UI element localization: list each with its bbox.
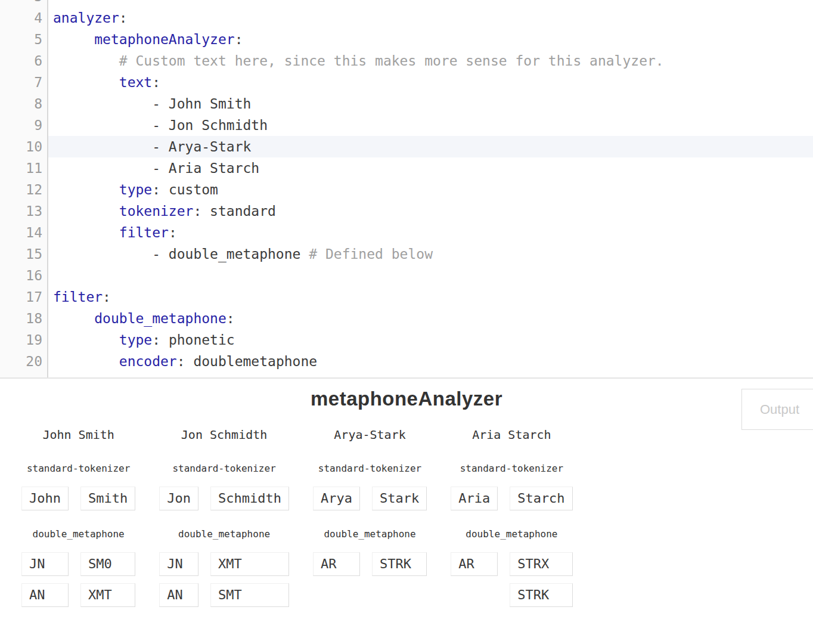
code-line[interactable]: [48, 0, 813, 7]
code-segment-plain: - John Smith: [53, 96, 251, 112]
token: STRK: [510, 583, 572, 607]
analyzer-column: John Smithstandard-tokenizerJohnSmithdou…: [21, 428, 135, 607]
code-segment-key: type: [119, 182, 152, 197]
code-line[interactable]: - Jon Schmidth: [48, 114, 813, 136]
analyzer-column: Aria Starchstandard-tokenizerAriaStarchd…: [451, 428, 572, 607]
code-segment-plain: [53, 332, 119, 348]
yaml-editor[interactable]: 3456789101112131415161718192021 analyzer…: [0, 0, 813, 379]
code-line[interactable]: text:: [48, 72, 813, 93]
code-segment-plain: standard: [201, 203, 276, 219]
token: SM0: [80, 552, 135, 576]
token: XMT: [80, 583, 135, 607]
token-grid: standard-tokenizerJonSchmidthdouble_meta…: [159, 464, 289, 607]
code-line[interactable]: encoder: doublemetaphone: [48, 351, 813, 372]
token: SMT: [210, 583, 289, 607]
code-line[interactable]: analyzer:: [48, 7, 813, 29]
line-number: 12: [0, 179, 47, 200]
token-grid: standard-tokenizerJohnSmithdouble_metaph…: [21, 464, 135, 607]
code-line[interactable]: - John Smith: [48, 93, 813, 114]
code-segment-plain: [53, 32, 94, 47]
token: Smith: [80, 487, 135, 510]
line-number: 15: [0, 243, 47, 265]
code-line[interactable]: type: custom: [48, 179, 813, 200]
code-segment-plain: [53, 203, 119, 219]
code-line[interactable]: [48, 372, 813, 379]
line-number: 21: [0, 372, 47, 379]
code-segment-key: type: [119, 332, 152, 348]
code-segment-key: encoder: [119, 354, 177, 369]
input-text: John Smith: [42, 428, 114, 441]
code-line[interactable]: - double_metaphone # Defined below: [48, 243, 813, 265]
code-line-active[interactable]: - Arya-Stark: [48, 136, 813, 157]
token: Stark: [372, 487, 427, 510]
editor-code[interactable]: analyzer: metaphoneAnalyzer: # Custom te…: [48, 0, 813, 377]
editor-gutter: 3456789101112131415161718192021: [0, 0, 48, 377]
code-segment-key: filter: [53, 289, 103, 305]
code-segment-plain: - double_metaphone: [53, 246, 309, 262]
line-number: 6: [0, 50, 47, 72]
code-line[interactable]: # Custom text here, since this makes mor…: [48, 50, 813, 72]
token: JN: [159, 552, 198, 576]
code-line[interactable]: - Aria Starch: [48, 157, 813, 179]
code-segment-plain: [53, 75, 119, 90]
token-grid: standard-tokenizerAriaStarchdouble_metap…: [451, 464, 572, 607]
code-segment-key: tokenizer: [119, 203, 194, 219]
analyzer-column: Arya-Starkstandard-tokenizerAryaStarkdou…: [313, 428, 427, 576]
code-segment-plain: [53, 182, 119, 197]
code-segment-plain: doublemetaphone: [185, 354, 318, 369]
line-number: 18: [0, 308, 47, 329]
input-text: Arya-Stark: [334, 428, 405, 441]
input-text: Aria Starch: [472, 428, 551, 441]
code-segment-punc: :: [152, 332, 160, 348]
code-segment-plain: - Aria Starch: [53, 160, 259, 176]
analysis-output-panel: Output metaphoneAnalyzer John Smithstand…: [0, 386, 813, 644]
line-number: 9: [0, 114, 47, 136]
analyzer-columns: John Smithstandard-tokenizerJohnSmithdou…: [0, 428, 813, 607]
code-segment-key: metaphoneAnalyzer: [94, 32, 234, 47]
token: Aria: [451, 487, 498, 510]
code-segment-punc: :: [235, 32, 243, 47]
filter-label: double_metaphone: [21, 530, 135, 539]
filter-label: double_metaphone: [313, 530, 427, 539]
token: AN: [159, 583, 198, 607]
token: Jon: [159, 487, 198, 510]
line-number: 16: [0, 265, 47, 286]
code-segment-key: filter: [119, 225, 169, 240]
code-line[interactable]: filter:: [48, 222, 813, 243]
line-number: 3: [0, 0, 47, 7]
token: XMT: [210, 552, 289, 576]
token: STRX: [510, 552, 572, 576]
code-segment-key: text: [119, 75, 152, 90]
app-root: 3456789101112131415161718192021 analyzer…: [0, 0, 813, 644]
output-tab-button[interactable]: Output: [741, 389, 813, 430]
code-segment-plain: phonetic: [160, 332, 235, 348]
tokenizer-label: standard-tokenizer: [159, 464, 289, 473]
token: Starch: [510, 487, 572, 510]
code-segment-plain: [53, 53, 119, 69]
line-number: 11: [0, 157, 47, 179]
code-line[interactable]: type: phonetic: [48, 329, 813, 351]
line-number: 17: [0, 286, 47, 308]
code-segment-key: double_metaphone: [94, 311, 226, 326]
code-segment-key: analyzer: [53, 10, 119, 26]
tokenizer-label: standard-tokenizer: [21, 464, 135, 473]
code-segment-punc: :: [226, 311, 235, 326]
line-number: 20: [0, 351, 47, 372]
token: John: [21, 487, 69, 510]
tokenizer-label: standard-tokenizer: [451, 464, 572, 473]
line-number: 13: [0, 200, 47, 222]
code-line[interactable]: double_metaphone:: [48, 308, 813, 329]
token-grid: standard-tokenizerAryaStarkdouble_metaph…: [313, 464, 427, 576]
line-number: 4: [0, 7, 47, 29]
token: AR: [313, 552, 360, 576]
code-line[interactable]: tokenizer: standard: [48, 200, 813, 222]
code-line[interactable]: metaphoneAnalyzer:: [48, 29, 813, 50]
code-line[interactable]: filter:: [48, 286, 813, 308]
code-segment-punc: :: [103, 289, 111, 305]
token: AR: [451, 552, 498, 576]
code-line[interactable]: [48, 265, 813, 286]
analyzer-title: metaphoneAnalyzer: [0, 386, 813, 412]
code-segment-comment: # Defined below: [309, 246, 433, 262]
token: Arya: [313, 487, 360, 510]
line-number: 14: [0, 222, 47, 243]
